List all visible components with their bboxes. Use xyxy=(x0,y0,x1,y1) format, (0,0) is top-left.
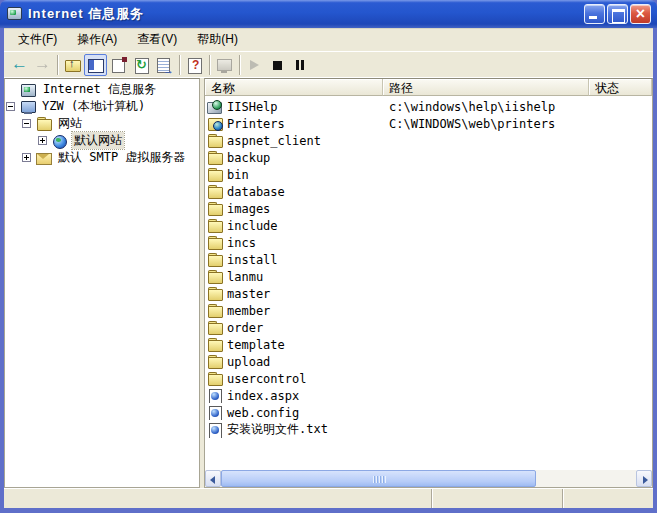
show-tree-button[interactable] xyxy=(84,54,107,76)
tree-item[interactable]: YZW (本地计算机) xyxy=(5,98,199,115)
list-item[interactable]: aspnet_client xyxy=(205,132,652,149)
list-item[interactable]: 安装说明文件.txt xyxy=(205,421,652,438)
folder-icon xyxy=(207,355,223,369)
content-area: Internet 信息服务 YZW (本地计算机) 网站 默认网站 默认 SMT… xyxy=(4,78,653,488)
folder-icon xyxy=(207,287,223,301)
window-title: Internet 信息服务 xyxy=(28,5,584,23)
console-tree-panel: Internet 信息服务 YZW (本地计算机) 网站 默认网站 默认 SMT… xyxy=(4,78,200,488)
up-folder-button[interactable] xyxy=(61,54,84,76)
item-name: web.config xyxy=(227,406,299,420)
export-list-icon xyxy=(156,57,173,73)
expander-icon[interactable] xyxy=(22,119,31,128)
pause-button[interactable] xyxy=(289,54,312,76)
item-name: index.aspx xyxy=(227,389,299,403)
computer-icon xyxy=(20,100,36,114)
column-header-1[interactable]: 路径 xyxy=(383,79,589,96)
status-panel xyxy=(432,489,563,508)
list-item[interactable]: images xyxy=(205,200,652,217)
properties-button[interactable] xyxy=(107,54,130,76)
menu-item[interactable]: 操作(A) xyxy=(67,28,127,51)
tree-item[interactable]: 网站 xyxy=(5,115,199,132)
tree-item[interactable]: 默认 SMTP 虚拟服务器 xyxy=(5,149,199,166)
virtual-directory-icon xyxy=(207,100,223,114)
show-tree-icon xyxy=(87,57,104,73)
toolbar xyxy=(4,52,653,78)
scrollbar-track[interactable] xyxy=(221,470,636,487)
tree-item[interactable]: Internet 信息服务 xyxy=(5,81,199,98)
refresh-icon xyxy=(133,57,150,73)
list-item[interactable]: database xyxy=(205,183,652,200)
menu-item[interactable]: 查看(V) xyxy=(127,28,187,51)
menu-bar: 文件(F)操作(A)查看(V)帮助(H) xyxy=(4,28,653,52)
folder-icon xyxy=(36,117,52,131)
list-item[interactable]: lanmu xyxy=(205,268,652,285)
stop-button[interactable] xyxy=(266,54,289,76)
folder-icon xyxy=(207,236,223,250)
list-item[interactable]: install xyxy=(205,251,652,268)
item-name: include xyxy=(227,219,278,233)
folder-icon xyxy=(207,134,223,148)
file-list-panel: 名称路径状态 IISHelp c:\windows\help\iishelp P… xyxy=(204,78,653,488)
toolbar-separator xyxy=(57,55,58,75)
status-panel xyxy=(563,489,653,508)
expander-icon[interactable] xyxy=(22,153,31,162)
help-button[interactable] xyxy=(183,54,206,76)
title-bar[interactable]: Internet 信息服务 xyxy=(0,0,657,28)
expander-icon[interactable] xyxy=(6,102,15,111)
list-column-headers: 名称路径状态 xyxy=(205,79,652,96)
list-item[interactable]: order xyxy=(205,319,652,336)
toolbar-separator xyxy=(179,55,180,75)
list-item[interactable]: template xyxy=(205,336,652,353)
list-item[interactable]: IISHelp c:\windows\help\iishelp xyxy=(205,98,652,115)
tree-item-label: 网站 xyxy=(56,115,84,132)
tree-item[interactable]: 默认网站 xyxy=(5,132,199,149)
folder-icon xyxy=(207,185,223,199)
folder-icon xyxy=(207,304,223,318)
folder-icon xyxy=(207,372,223,386)
status-panel xyxy=(4,489,432,508)
list-item[interactable]: index.aspx xyxy=(205,387,652,404)
list-item[interactable]: upload xyxy=(205,353,652,370)
export-list-button[interactable] xyxy=(153,54,176,76)
maximize-button[interactable] xyxy=(607,4,628,24)
list-item[interactable]: usercontrol xyxy=(205,370,652,387)
expander-icon[interactable] xyxy=(38,136,47,145)
list-item[interactable]: bin xyxy=(205,166,652,183)
column-header-0[interactable]: 名称 xyxy=(205,79,383,96)
pause-icon xyxy=(292,57,309,73)
item-name: aspnet_client xyxy=(227,134,321,148)
web-file-icon xyxy=(207,406,223,420)
item-name: backup xyxy=(227,151,270,165)
close-button[interactable] xyxy=(630,4,651,24)
minimize-button[interactable] xyxy=(584,4,605,24)
folder-icon xyxy=(207,151,223,165)
list-item[interactable]: backup xyxy=(205,149,652,166)
refresh-button[interactable] xyxy=(130,54,153,76)
window-controls xyxy=(584,4,651,24)
list-item[interactable]: master xyxy=(205,285,652,302)
toolbar-separator xyxy=(209,55,210,75)
back-arrow-icon xyxy=(11,57,28,73)
folder-icon xyxy=(207,253,223,267)
item-name: IISHelp xyxy=(227,100,278,114)
status-bar xyxy=(4,488,653,508)
scroll-left-button[interactable] xyxy=(205,470,221,487)
window-body: 文件(F)操作(A)查看(V)帮助(H) Internet 信息服务 YZW (… xyxy=(4,28,653,508)
list-item[interactable]: Printers C:\WINDOWS\web\printers xyxy=(205,115,652,132)
folder-icon xyxy=(207,270,223,284)
menu-item[interactable]: 文件(F) xyxy=(8,28,67,51)
menu-item[interactable]: 帮助(H) xyxy=(187,28,248,51)
list-item[interactable]: include xyxy=(205,217,652,234)
list-item[interactable]: incs xyxy=(205,234,652,251)
list-item[interactable]: member xyxy=(205,302,652,319)
item-path: C:\WINDOWS\web\printers xyxy=(383,117,589,131)
item-name: images xyxy=(227,202,270,216)
scroll-right-button[interactable] xyxy=(636,470,652,487)
back-arrow-button[interactable] xyxy=(8,54,31,76)
column-header-2[interactable]: 状态 xyxy=(589,79,652,96)
list-item[interactable]: web.config xyxy=(205,404,652,421)
scrollbar-thumb[interactable] xyxy=(221,470,536,487)
folder-icon xyxy=(207,219,223,233)
horizontal-scrollbar[interactable] xyxy=(205,470,652,487)
item-name: upload xyxy=(227,355,270,369)
